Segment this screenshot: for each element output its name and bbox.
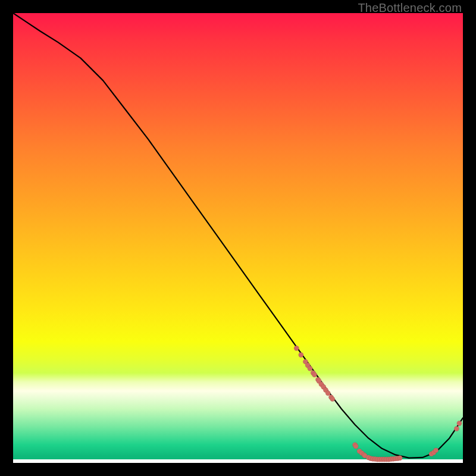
data-point <box>330 396 335 401</box>
watermark-text: TheBottleneck.com <box>358 1 462 15</box>
plot-svg <box>13 13 463 463</box>
bottleneck-curve <box>13 13 463 458</box>
data-point <box>433 448 438 453</box>
data-point <box>454 426 459 431</box>
scatter-dots <box>294 346 462 462</box>
data-point <box>353 444 358 449</box>
data-point <box>397 455 402 460</box>
data-point <box>294 346 299 350</box>
chart-area <box>13 13 463 463</box>
data-point <box>457 421 462 425</box>
data-point <box>312 372 317 377</box>
data-point <box>299 352 303 357</box>
data-point <box>308 366 312 371</box>
data-point <box>325 391 330 396</box>
